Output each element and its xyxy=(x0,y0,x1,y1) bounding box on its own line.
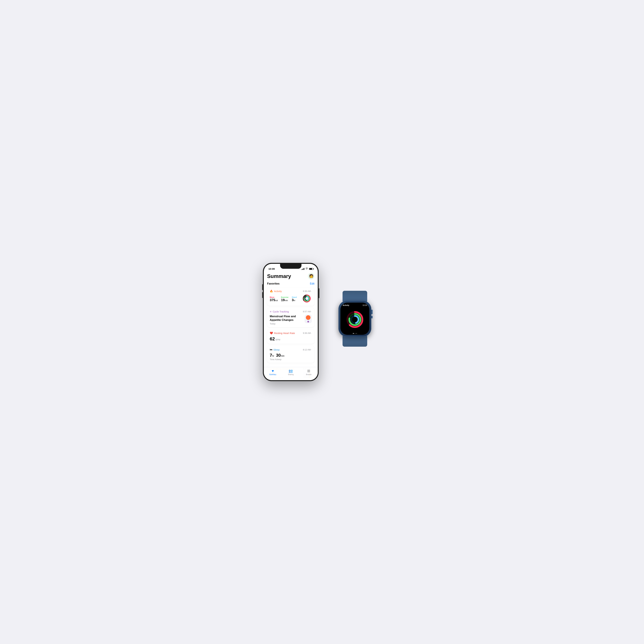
section-header: Favorites Edit xyxy=(267,282,314,285)
sleep-sub-text: Time Asleep xyxy=(270,358,312,361)
watch-rings-area xyxy=(340,307,369,332)
avatar[interactable]: 🧑 xyxy=(308,273,314,279)
watch-status-bar: Activity 10:09 xyxy=(340,303,369,307)
move-label: Move xyxy=(270,296,278,298)
chevron-right-icon: › xyxy=(311,311,312,313)
digital-crown[interactable] xyxy=(371,310,373,314)
watch-dot-1 xyxy=(353,333,354,334)
sharing-tab-label: Sharing xyxy=(288,374,294,375)
notch xyxy=(280,264,301,269)
stand-stat: Stand 3hr xyxy=(292,296,297,302)
chevron-right-icon: › xyxy=(311,290,312,292)
cycle-indicators xyxy=(305,315,312,323)
heart-rate-value: 62 xyxy=(270,336,275,341)
cycle-card-header: ✳ Cycle Tracking 8:57 AM › xyxy=(270,310,312,313)
sleep-value: 7hr 30min xyxy=(270,353,285,358)
activity-card-header: 🔥 Activity 9:36 AM › xyxy=(270,290,312,293)
heart-icon: ❤️ xyxy=(270,332,273,335)
chevron-right-icon: › xyxy=(311,332,312,334)
watch-screen: Activity 10:09 xyxy=(340,303,369,335)
iphone-screen: 10:09 xyxy=(264,264,318,380)
stand-label: Stand xyxy=(292,296,297,298)
activity-card[interactable]: 🔥 Activity 9:36 AM › Move xyxy=(267,287,314,306)
exercise-label: Exercise xyxy=(281,296,288,298)
watch-body: Activity 10:09 xyxy=(338,301,371,337)
app-header: Summary 🧑 xyxy=(267,271,314,282)
watch-page-dots xyxy=(340,332,369,335)
summary-tab-label: Summary xyxy=(269,374,276,375)
heart-time: 9:36 AM › xyxy=(303,332,312,334)
heart-rate-unit: BPM xyxy=(276,338,280,341)
scene: 10:09 xyxy=(253,253,391,391)
heart-name: Resting Heart Rate xyxy=(274,332,295,334)
watch-dot-2 xyxy=(355,333,355,334)
cycle-card[interactable]: ✳ Cycle Tracking 8:57 AM › Menstrual Flo… xyxy=(267,308,314,327)
summary-tab-icon: ♥ xyxy=(272,369,274,373)
sleep-card[interactable]: 🛏 Sleep 8:12 AM › 7hr 30min xyxy=(267,346,314,363)
watch-band-bottom xyxy=(343,335,367,347)
activity-stats: Move 375cal Exercise 19min xyxy=(270,296,297,302)
edit-button[interactable]: Edit xyxy=(310,282,314,285)
tab-summary[interactable]: ♥ Summary xyxy=(264,369,282,375)
sleep-card-header: 🛏 Sleep 8:12 AM › xyxy=(270,348,312,351)
watch-app-name: Activity xyxy=(343,304,349,306)
cycle-body: Menstrual Flow and Appetite Changes Toda… xyxy=(270,315,312,325)
browse-tab-label: Browse xyxy=(306,374,311,375)
heart-rate-card-header: ❤️ Resting Heart Rate 9:36 AM › xyxy=(270,332,312,335)
tab-bar: ♥ Summary 👥 Sharing ⊞ Browse xyxy=(264,367,318,380)
apple-watch: Activity 10:09 xyxy=(329,291,381,353)
cycle-dot-small xyxy=(307,321,309,322)
sharing-tab-icon: 👥 xyxy=(288,369,293,373)
watch-dot-3 xyxy=(356,333,357,334)
stand-value: 3hr xyxy=(292,298,297,302)
activity-time: 9:36 AM › xyxy=(303,290,312,292)
battery-icon xyxy=(309,268,313,270)
tab-sharing[interactable]: 👥 Sharing xyxy=(282,369,300,375)
watch-time: 10:09 xyxy=(362,304,367,306)
exercise-value: 19min xyxy=(281,298,288,302)
cycle-icon: ✳ xyxy=(270,310,272,313)
chevron-right-icon: › xyxy=(311,349,312,351)
cycle-sub-text: Today xyxy=(270,322,305,325)
sleep-value-row: 7hr 30min xyxy=(270,353,312,358)
volume-up-button[interactable] xyxy=(262,284,263,290)
cycle-main-text: Menstrual Flow and Appetite Changes xyxy=(270,315,305,322)
sleep-time: 8:12 AM › xyxy=(303,348,312,351)
side-button[interactable] xyxy=(371,316,373,318)
sleep-icon: 🛏 xyxy=(270,348,272,351)
heart-value-row: 62 BPM xyxy=(270,336,312,342)
volume-down-button[interactable] xyxy=(262,292,263,298)
favorites-label: Favorites xyxy=(267,282,280,285)
cycle-time: 8:57 AM › xyxy=(303,310,312,313)
iphone: 10:09 xyxy=(263,263,319,381)
status-icons xyxy=(301,268,313,270)
tab-browse[interactable]: ⊞ Browse xyxy=(300,369,318,375)
status-time: 10:09 xyxy=(268,267,275,270)
wifi-icon xyxy=(305,268,308,270)
activity-name: Activity xyxy=(274,290,282,293)
signal-icon xyxy=(301,268,304,270)
cycle-text: Menstrual Flow and Appetite Changes Toda… xyxy=(270,315,305,325)
app-content[interactable]: Summary 🧑 Favorites Edit 🔥 Activity xyxy=(264,271,318,380)
activity-body: Move 375cal Exercise 19min xyxy=(270,294,312,304)
move-value: 375cal xyxy=(270,298,278,302)
sleep-name: Sleep xyxy=(273,348,280,351)
power-button[interactable] xyxy=(319,288,319,298)
move-stat: Move 375cal xyxy=(270,296,278,302)
browse-tab-icon: ⊞ xyxy=(307,369,310,373)
heart-rate-card[interactable]: ❤️ Resting Heart Rate 9:36 AM › 62 BPM xyxy=(267,329,314,344)
cycle-dot-large xyxy=(306,315,310,320)
page-title: Summary xyxy=(267,273,291,279)
cycle-name: Cycle Tracking xyxy=(273,310,289,313)
watch-device: Activity 10:09 xyxy=(335,291,375,337)
activity-rings xyxy=(303,294,312,304)
activity-icon: 🔥 xyxy=(270,290,273,293)
exercise-stat: Exercise 19min xyxy=(281,296,288,302)
